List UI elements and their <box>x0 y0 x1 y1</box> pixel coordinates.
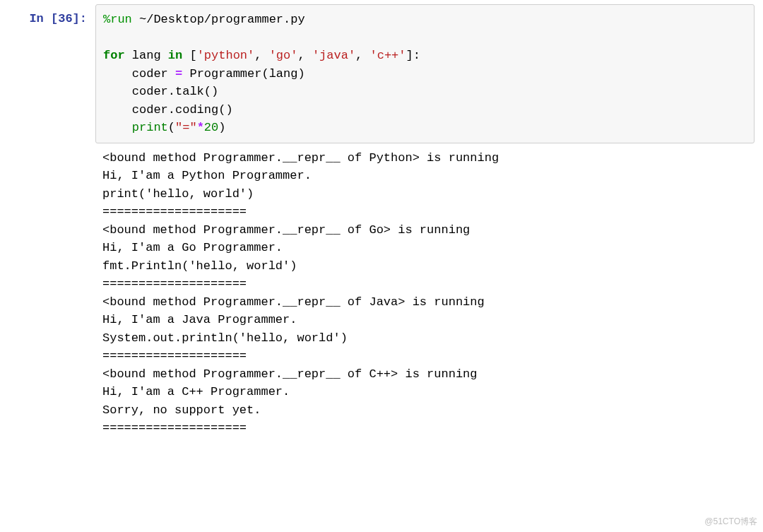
code-token: , <box>297 49 312 62</box>
code-token: * <box>197 121 204 134</box>
cell-content: %run ~/Desktop/programmer.py for lang in… <box>95 4 763 437</box>
code-token: for <box>103 49 125 62</box>
code-output-area: <bound method Programmer.__repr__ of Pyt… <box>95 143 755 437</box>
code-token: , <box>355 49 369 62</box>
code-token: 'go' <box>269 49 298 62</box>
notebook-cell: In [36]: %run ~/Desktop/programmer.py fo… <box>0 0 763 442</box>
code-input-area[interactable]: %run ~/Desktop/programmer.py for lang in… <box>95 4 755 143</box>
code-token: "=" <box>175 121 197 134</box>
input-prompt: In [36]: <box>0 4 95 437</box>
code-token: lang <box>125 49 168 62</box>
code-token: print <box>132 121 168 134</box>
code-token: [ <box>182 49 196 62</box>
code-token: = <box>175 67 182 81</box>
code-token: in <box>168 49 182 62</box>
code-token: , <box>254 49 268 62</box>
code-token: ) <box>218 121 225 134</box>
code-token: ( <box>168 121 175 134</box>
code-token: 'java' <box>312 49 355 62</box>
code-token: 20 <box>204 121 218 134</box>
code-token: %run <box>103 13 132 26</box>
code-token: 'python' <box>197 49 255 62</box>
code-token: 'c++' <box>370 49 406 62</box>
code-token: ~/Desktop/programmer.py <box>132 13 305 26</box>
